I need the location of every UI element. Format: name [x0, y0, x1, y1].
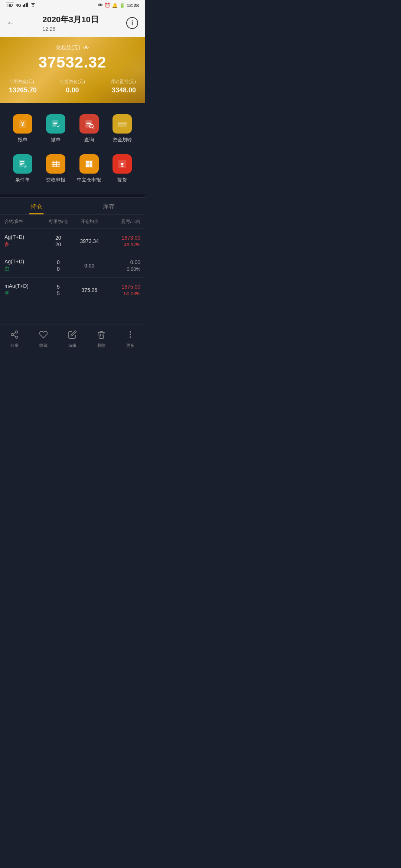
menu-item-jiaoShou[interactable]: 交收申报: [39, 151, 73, 187]
menu-row-2: ⏱ 条件单 交收申报 中立仓申报 提货: [6, 151, 139, 187]
qty-held-2: 5: [57, 290, 60, 296]
svg-line-42: [13, 335, 16, 337]
menu-item-tiaoJian[interactable]: ⏱ 条件单: [6, 151, 39, 187]
col-qty: 可用/持仓: [44, 218, 72, 225]
delete-label: 删除: [97, 343, 105, 348]
cheDan-icon: [46, 114, 65, 134]
tabs-row: 持仓 库存: [0, 198, 145, 215]
more-label: 更多: [126, 343, 134, 348]
nav-favorite[interactable]: 收藏: [35, 329, 52, 350]
menu-section: ¥ 报单 撤单 查询 资金划转 ⏱ 条件单: [0, 103, 145, 194]
svg-rect-19: [118, 123, 127, 124]
pnl-val-0: 1673.00: [121, 235, 140, 241]
nav-more[interactable]: 更多: [121, 329, 139, 350]
svg-line-43: [13, 333, 16, 334]
status-bar: HD 4G 👁 ⏰ 🔔 🔋 12:28: [0, 0, 145, 10]
menu-item-zhongLi[interactable]: 中立仓申报: [72, 151, 106, 187]
signal-4g: 4G: [16, 3, 21, 7]
more-icon: [126, 330, 135, 341]
tab-inventory[interactable]: 库存: [72, 198, 145, 214]
qty-col-2: 5 5: [44, 284, 72, 296]
menu-item-baoDan[interactable]: ¥ 报单: [6, 111, 39, 147]
ziJin-icon: [113, 114, 132, 134]
chaXun-icon: [79, 114, 99, 134]
qty-held-1: 0: [57, 266, 60, 272]
contract-name-0: Ag(T+D): [4, 234, 44, 240]
contract-dir-0: 多: [4, 241, 44, 248]
svg-rect-34: [89, 161, 92, 164]
svg-point-44: [130, 331, 131, 333]
col-price: 开仓均价: [72, 218, 107, 225]
svg-rect-0: [23, 5, 24, 7]
tab-holdings[interactable]: 持仓: [0, 198, 72, 214]
baoDan-label: 报单: [18, 137, 27, 143]
svg-rect-1: [24, 4, 25, 7]
battery-icon: 🔋: [119, 3, 125, 8]
baoDan-icon: ¥: [13, 114, 32, 134]
pnl-val-1: 0.00: [130, 259, 140, 265]
pnl-col-1: 0.00 0.00%: [107, 259, 141, 272]
col-contract: 合约/多空: [4, 218, 44, 225]
svg-point-41: [16, 336, 18, 338]
status-right: 👁 ⏰ 🔔 🔋 12:28: [98, 3, 139, 8]
page-subtitle: 12:28: [42, 26, 99, 32]
page-title: 2020年3月10日: [42, 14, 99, 25]
svg-rect-38: [121, 166, 124, 167]
tiaoJian-label: 条件单: [15, 177, 30, 183]
withdrawable-label: 可提资金(元): [51, 79, 94, 85]
menu-item-tiHuo[interactable]: 提货: [106, 151, 139, 187]
nav-delete[interactable]: 删除: [92, 329, 110, 350]
svg-text:¥: ¥: [21, 121, 24, 127]
header-title-group: 2020年3月10日 12:28: [42, 14, 99, 32]
menu-item-ziJin[interactable]: 资金划转: [106, 111, 139, 147]
bell-icon: 🔔: [112, 3, 118, 8]
withdrawable-funds: 可提资金(元) 0.00: [51, 79, 94, 94]
menu-item-chaXun[interactable]: 查询: [72, 111, 106, 147]
jiaoShou-label: 交收申报: [46, 177, 65, 183]
pnl-pct-1: 0.00%: [127, 266, 140, 272]
info-button[interactable]: i: [126, 17, 138, 29]
pnl-col-2: 1675.00 50.03%: [107, 284, 141, 296]
qty-held-0: 20: [55, 241, 61, 247]
tabs-section: 持仓 库存 合约/多空 可用/持仓 开仓均价 盈亏/比例 Ag(T+D) 多 2…: [0, 197, 145, 302]
pnl-col-0: 1673.00 49.97%: [107, 235, 141, 247]
portfolio-banner: 总权益(元) 👁 37532.32 可用资金(元) 13265.70 可提资金(…: [0, 37, 145, 103]
back-button[interactable]: ←: [7, 18, 15, 28]
contract-dir-2: 空: [4, 290, 44, 297]
toggle-visibility-button[interactable]: 👁: [83, 45, 89, 51]
col-pnl: 盈亏/比例: [107, 218, 141, 225]
contract-name-1: Ag(T+D): [4, 259, 44, 264]
pnl-pct-0: 49.97%: [124, 242, 140, 247]
cheDan-label: 撤单: [51, 137, 61, 143]
nav-edit[interactable]: 编辑: [63, 329, 81, 350]
qty-available-1: 0: [57, 259, 60, 265]
svg-rect-36: [89, 164, 92, 167]
bottom-navigation: 分享 收藏 编辑 删除 更多: [0, 325, 145, 356]
page-header: ← 2020年3月10日 12:28 i: [0, 10, 145, 37]
signal-bars: [23, 3, 29, 8]
table-header: 合约/多空 可用/持仓 开仓均价 盈亏/比例: [0, 215, 145, 229]
svg-text:⏱: ⏱: [23, 165, 27, 169]
withdrawable-value: 0.00: [51, 86, 94, 94]
zhongLi-label: 中立仓申报: [77, 177, 101, 183]
svg-point-45: [130, 334, 131, 335]
time-display: 12:28: [127, 3, 139, 8]
price-col-0: 3972.34: [72, 238, 107, 244]
table-row[interactable]: Ag(T+D) 空 0 0 0.00 0.00 0.00%: [0, 253, 145, 278]
total-equity-label: 总权益(元) 👁: [9, 45, 136, 51]
pnl-val-2: 1675.00: [121, 284, 140, 290]
menu-item-cheDan[interactable]: 撤单: [39, 111, 73, 147]
tiHuo-icon: [113, 154, 132, 174]
table-row[interactable]: Ag(T+D) 多 20 20 3972.34 1673.00 49.97%: [0, 229, 145, 253]
ziJin-label: 资金划转: [113, 137, 132, 143]
banner-stats-row: 可用资金(元) 13265.70 可提资金(元) 0.00 浮动盈亏(元) 33…: [9, 79, 136, 94]
alarm-icon: ⏰: [104, 3, 110, 8]
hd-badge: HD: [6, 3, 14, 8]
svg-point-40: [11, 333, 13, 336]
edit-icon: [68, 330, 77, 341]
available-funds-value: 13265.70: [9, 86, 51, 94]
nav-share[interactable]: 分享: [6, 329, 23, 350]
tiHuo-label: 提货: [117, 177, 127, 183]
share-label: 分享: [10, 343, 19, 348]
table-row[interactable]: mAu(T+D) 空 5 5 375.26 1675.00 50.03%: [0, 278, 145, 302]
